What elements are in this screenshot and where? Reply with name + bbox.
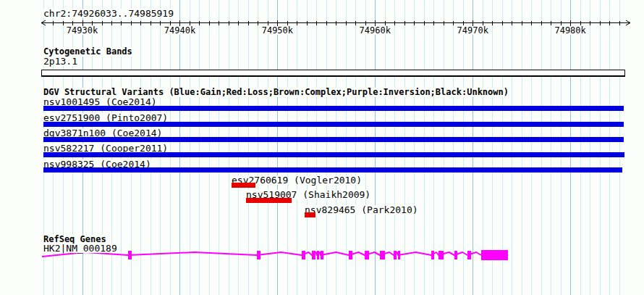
variant-label-nsv829465: nsv829465 (Park2010) bbox=[305, 205, 420, 215]
variant-bar-nsv998325[interactable] bbox=[43, 167, 622, 173]
ruler-axis bbox=[41, 20, 630, 26]
ruler-tick-label-74970k: 74970k bbox=[456, 26, 490, 35]
variant-bar-nsv1001495[interactable] bbox=[43, 106, 624, 111]
cytoband-label: 2p13.1 bbox=[43, 57, 79, 66]
location-label: chr2:74926033..74985919 bbox=[43, 9, 175, 18]
cytoband-box-2p13-1[interactable] bbox=[41, 70, 625, 77]
gene-name-label: HK2|NM_000189 bbox=[43, 244, 119, 253]
variant-bar-esv2760619[interactable] bbox=[232, 183, 255, 188]
variant-bar-esv2751900[interactable] bbox=[43, 122, 624, 127]
variant-bar-nsv829465[interactable] bbox=[305, 212, 315, 217]
ruler-tick-label-74960k: 74960k bbox=[358, 26, 392, 35]
variant-bar-nsv582217[interactable] bbox=[43, 152, 624, 157]
variant-bar-nsv519007[interactable] bbox=[246, 198, 292, 203]
genome-browser-view: chr2:74926033..74985919 74930k74940k7495… bbox=[0, 0, 644, 295]
ruler-tick-label-74980k: 74980k bbox=[553, 26, 587, 35]
ruler-tick-label-74950k: 74950k bbox=[260, 26, 295, 35]
ruler-tick-label-74930k: 74930k bbox=[65, 26, 99, 35]
variant-bar-dgv3871n100[interactable] bbox=[43, 137, 624, 142]
ruler-tick-label-74940k: 74940k bbox=[163, 26, 197, 35]
